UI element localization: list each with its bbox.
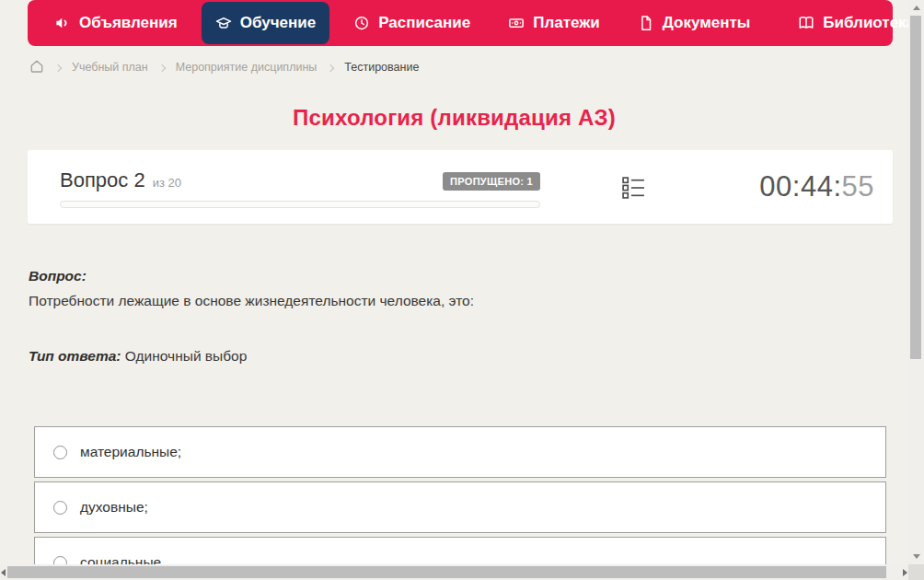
graduation-cap-icon xyxy=(215,15,232,31)
nav-item-learning[interactable]: Обучение xyxy=(202,2,329,44)
banknote-icon xyxy=(508,15,525,31)
question-text: Потребности лежащие в основе жизнедеятел… xyxy=(29,293,884,309)
home-icon xyxy=(29,59,44,76)
nav-item-payments[interactable]: Платежи xyxy=(494,2,614,44)
nav-item-label: Объявления xyxy=(79,14,178,32)
chevron-right-icon xyxy=(327,64,334,71)
answer-option[interactable]: материальные; xyxy=(34,426,886,478)
answer-option[interactable]: духовные; xyxy=(34,481,886,533)
scroll-down-icon[interactable] xyxy=(913,554,920,559)
nav-item-schedule[interactable]: Расписание xyxy=(340,2,484,44)
nav-item-label: Библиотека xyxy=(823,14,915,32)
timer-seconds: 55 xyxy=(842,170,874,203)
vertical-scrollbar-thumb[interactable] xyxy=(910,16,921,359)
question-list-button[interactable] xyxy=(621,175,647,201)
nav-item-library[interactable]: Библиотека xyxy=(784,2,924,44)
horizontal-scrollbar[interactable] xyxy=(0,564,908,580)
vertical-scrollbar[interactable] xyxy=(908,0,924,564)
question-label: Вопрос: xyxy=(29,268,884,284)
chevron-right-icon xyxy=(54,64,62,71)
radio-button[interactable] xyxy=(53,446,67,459)
question-progress-group: Вопрос 2 из 20 ПРОПУЩЕНО: 1 xyxy=(60,168,540,208)
breadcrumb: Учебный план Мероприятие дисциплины Тест… xyxy=(29,57,419,77)
clock-icon xyxy=(353,15,370,31)
nav-item-label: Обучение xyxy=(240,14,316,32)
nav-item-label: Расписание xyxy=(378,14,470,32)
nav-item-announcements[interactable]: Объявления xyxy=(40,2,191,44)
question-block: Вопрос: Потребности лежащие в основе жиз… xyxy=(29,268,884,309)
scroll-left-icon[interactable] xyxy=(1,569,6,576)
question-progress-bar xyxy=(60,201,540,208)
top-nav: Объявления Обучение Расписание Платежи Д… xyxy=(28,0,893,46)
question-number: Вопрос 2 xyxy=(60,168,145,192)
answer-option-label: материальные; xyxy=(80,444,181,460)
nav-item-documents[interactable]: Документы xyxy=(624,2,765,44)
nav-item-label: Документы xyxy=(663,14,751,32)
breadcrumb-item-discipline-event[interactable]: Мероприятие дисциплины xyxy=(176,61,318,74)
nav-item-label: Платежи xyxy=(533,14,600,32)
timer: 00:44:55 xyxy=(759,170,874,203)
answer-option-label: духовные; xyxy=(80,499,148,516)
question-header-card: Вопрос 2 из 20 ПРОПУЩЕНО: 1 00:44:55 xyxy=(28,150,893,224)
page-title: Психология (ликвидация АЗ) xyxy=(0,105,908,131)
breadcrumb-home[interactable] xyxy=(29,59,44,76)
answer-options-list: материальные; духовные; социальные. xyxy=(34,426,886,580)
answer-type-value: Одиночный выбор xyxy=(125,348,248,364)
radio-button[interactable] xyxy=(53,501,67,515)
breadcrumb-item-testing: Тестирование xyxy=(344,61,419,74)
scroll-right-icon[interactable] xyxy=(903,569,907,576)
book-icon xyxy=(798,15,814,31)
document-icon xyxy=(638,15,654,31)
scrollbar-corner xyxy=(908,564,924,580)
megaphone-icon xyxy=(54,15,71,31)
chevron-right-icon xyxy=(157,64,165,71)
timer-hhmm: 00:44: xyxy=(759,170,841,203)
question-total: из 20 xyxy=(153,176,181,190)
answer-type-row: Тип ответа: Одиночный выбор xyxy=(29,348,247,365)
question-list-icon xyxy=(621,187,646,203)
horizontal-scrollbar-thumb[interactable] xyxy=(7,566,886,578)
scroll-up-icon[interactable] xyxy=(913,6,920,10)
breadcrumb-item-curriculum[interactable]: Учебный план xyxy=(72,61,148,74)
answer-type-label: Тип ответа: xyxy=(29,348,121,364)
skipped-badge: ПРОПУЩЕНО: 1 xyxy=(443,172,540,191)
